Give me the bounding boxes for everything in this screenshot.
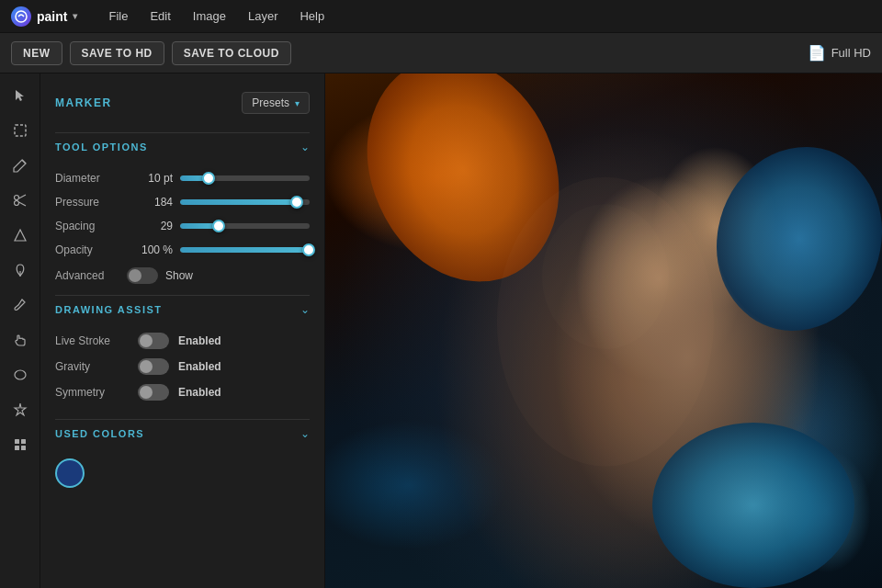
- presets-label: Presets: [252, 96, 289, 109]
- tool-options-header[interactable]: TOOL OPTIONS ⌄: [40, 133, 324, 161]
- app-dropdown-arrow[interactable]: ▾: [73, 11, 77, 21]
- hand-tool[interactable]: [6, 325, 35, 355]
- drawing-assist-arrow: ⌄: [300, 303, 310, 316]
- marker-label: MARKER: [55, 96, 112, 109]
- tool-options-body: Diameter 10 pt Pressure 184 Spacing 29: [40, 161, 324, 295]
- opacity-row: Opacity 100 %: [55, 243, 310, 256]
- live-stroke-toggle[interactable]: [138, 333, 169, 349]
- main-area: MARKER Presets ▾ TOOL OPTIONS ⌄ Diameter…: [0, 74, 882, 588]
- gravity-label: Gravity: [55, 360, 129, 373]
- svg-point-2: [14, 196, 18, 200]
- svg-rect-9: [15, 446, 19, 450]
- full-hd-button[interactable]: 📄 Full HD: [808, 44, 871, 62]
- title-bar: paint ▾ File Edit Image Layer Help: [0, 0, 882, 33]
- advanced-label: Advanced: [55, 269, 119, 282]
- canvas-area[interactable]: [325, 74, 882, 588]
- used-colors-header[interactable]: USED COLORS ⌄: [40, 420, 324, 447]
- spacing-row: Spacing 29: [55, 220, 310, 232]
- advanced-toggle[interactable]: [127, 267, 158, 284]
- menu-bar: File Edit Image Layer Help: [99, 6, 334, 27]
- diameter-value: 10 pt: [127, 172, 173, 185]
- shape-tool[interactable]: [6, 220, 35, 250]
- tool-options-arrow: ⌄: [300, 141, 310, 153]
- gravity-thumb: [140, 360, 153, 373]
- advanced-show[interactable]: Show: [165, 269, 193, 282]
- spacing-slider[interactable]: [180, 223, 310, 229]
- pressure-value: 184: [127, 196, 173, 209]
- used-colors-body: [40, 447, 324, 499]
- save-cloud-button[interactable]: SAVE TO CLOUD: [172, 41, 291, 65]
- presets-dropdown[interactable]: Presets ▾: [242, 92, 310, 114]
- live-stroke-thumb: [140, 334, 153, 347]
- tool-options-title: TOOL OPTIONS: [55, 141, 148, 153]
- toolbar: NEW SAVE TO HD SAVE TO CLOUD 📄 Full HD: [0, 33, 882, 74]
- pressure-row: Pressure 184: [55, 196, 310, 209]
- drawing-assist-body: Live Stroke Enabled Gravity Enabled Symm…: [40, 323, 324, 419]
- svg-point-0: [16, 11, 27, 22]
- gravity-value: Enabled: [178, 360, 221, 373]
- pencil-tool[interactable]: [6, 151, 35, 180]
- ellipse-tool[interactable]: [6, 360, 35, 390]
- canvas-background: [325, 74, 882, 588]
- svg-rect-7: [15, 439, 19, 444]
- svg-marker-4: [15, 230, 26, 241]
- live-stroke-value: Enabled: [178, 334, 221, 347]
- svg-rect-1: [15, 125, 26, 136]
- pressure-label: Pressure: [55, 196, 119, 209]
- menu-file[interactable]: File: [99, 6, 137, 27]
- live-stroke-label: Live Stroke: [55, 334, 129, 347]
- drawing-assist-title: DRAWING ASSIST: [55, 304, 163, 315]
- diameter-row: Diameter 10 pt: [55, 172, 310, 185]
- save-hd-button[interactable]: SAVE TO HD: [70, 41, 164, 65]
- diameter-slider[interactable]: [180, 175, 310, 181]
- symmetry-toggle[interactable]: [138, 384, 169, 401]
- presets-arrow: ▾: [295, 98, 300, 108]
- file-icon: 📄: [808, 44, 826, 62]
- svg-rect-8: [21, 439, 26, 444]
- color-swatch-0[interactable]: [55, 458, 85, 488]
- symmetry-label: Symmetry: [55, 386, 129, 399]
- svg-point-12: [542, 204, 669, 348]
- diameter-label: Diameter: [55, 172, 119, 185]
- svg-point-6: [15, 370, 26, 379]
- gravity-toggle[interactable]: [138, 358, 169, 375]
- menu-help[interactable]: Help: [290, 6, 334, 27]
- marker-header: MARKER Presets ▾: [55, 92, 310, 114]
- tools-panel: [0, 74, 40, 588]
- menu-layer[interactable]: Layer: [239, 6, 288, 27]
- symmetry-thumb: [140, 386, 153, 399]
- pen-tool[interactable]: [6, 255, 35, 285]
- opacity-value: 100 %: [127, 243, 173, 256]
- toggle-thumb: [129, 269, 141, 282]
- gravity-row: Gravity Enabled: [55, 358, 310, 375]
- grid-tool[interactable]: [6, 430, 35, 459]
- effects-tool[interactable]: [6, 395, 35, 424]
- logo-icon: [11, 6, 31, 27]
- menu-image[interactable]: Image: [184, 6, 235, 27]
- new-button[interactable]: NEW: [11, 41, 62, 65]
- marker-section: MARKER Presets ▾: [40, 85, 324, 132]
- full-hd-label: Full HD: [831, 46, 871, 60]
- symmetry-value: Enabled: [178, 386, 221, 399]
- app-logo[interactable]: paint ▾: [11, 6, 77, 27]
- svg-rect-10: [21, 446, 26, 450]
- svg-point-3: [14, 201, 18, 206]
- opacity-label: Opacity: [55, 243, 119, 256]
- settings-panel: MARKER Presets ▾ TOOL OPTIONS ⌄ Diameter…: [40, 74, 325, 588]
- marquee-tool[interactable]: [6, 116, 35, 145]
- live-stroke-row: Live Stroke Enabled: [55, 333, 310, 349]
- symmetry-row: Symmetry Enabled: [55, 384, 310, 401]
- select-tool[interactable]: [6, 81, 35, 110]
- scissors-tool[interactable]: [6, 186, 35, 215]
- menu-edit[interactable]: Edit: [141, 6, 179, 27]
- used-colors-arrow: ⌄: [300, 427, 310, 440]
- used-colors-title: USED COLORS: [55, 428, 144, 439]
- drawing-assist-header[interactable]: DRAWING ASSIST ⌄: [40, 296, 324, 323]
- brush-tool[interactable]: [6, 290, 35, 320]
- app-name: paint: [37, 9, 67, 24]
- spacing-label: Spacing: [55, 220, 119, 232]
- canvas-overlay: [325, 74, 882, 588]
- pressure-slider[interactable]: [180, 199, 310, 205]
- spacing-value: 29: [127, 220, 173, 232]
- opacity-slider[interactable]: [180, 247, 310, 253]
